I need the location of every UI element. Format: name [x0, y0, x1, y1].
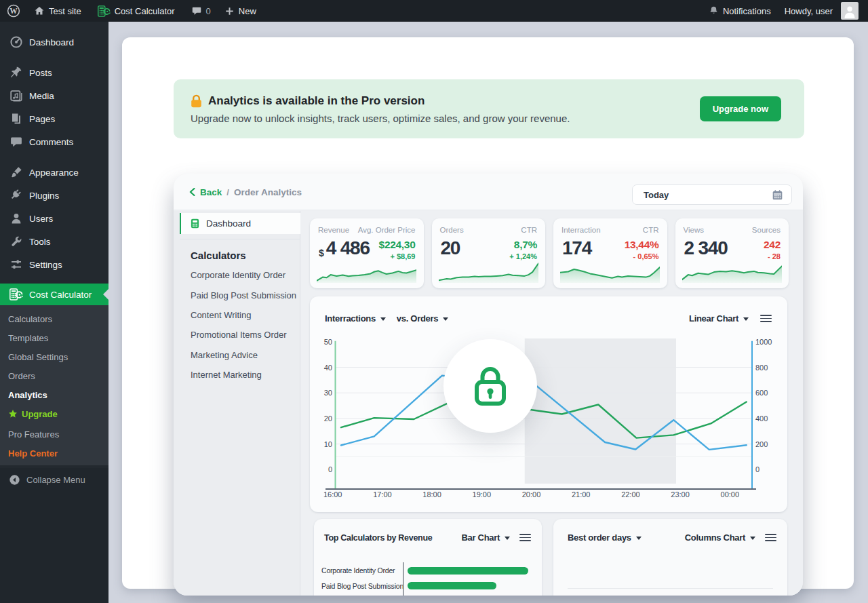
panel-sidebar-dashboard-label: Dashboard	[206, 218, 251, 229]
svg-text:10: 10	[324, 440, 332, 448]
submenu-item-calculators[interactable]: Calculators	[0, 309, 108, 328]
svg-text:22:00: 22:00	[621, 490, 640, 499]
comments-toolbar-item[interactable]: 0	[184, 0, 218, 22]
line-chart-svg: 010203040500200400600800100016:0017:0018…	[310, 296, 787, 512]
sidebar-item-label: Appearance	[29, 168, 79, 178]
media-icon	[9, 89, 23, 102]
user-icon	[9, 212, 23, 225]
bar-label: Corporate Identity Order	[321, 566, 397, 575]
svg-text:16:00: 16:00	[323, 490, 342, 499]
panel-sidebar-dashboard[interactable]: Dashboard	[180, 213, 300, 234]
calculator-list-item[interactable]: Internet Marketing	[191, 365, 296, 385]
stat-delta-block: 13,44% - 0,65%	[625, 239, 659, 260]
columns-chart-menu-icon[interactable]	[765, 534, 776, 541]
pushpin-icon	[9, 66, 23, 79]
wordpress-logo[interactable]: W	[0, 0, 27, 22]
submenu-item-help-center[interactable]: Help Center	[0, 444, 108, 463]
stat-labels: Views Sources	[675, 218, 789, 234]
sidebar-item-label: Media	[29, 91, 54, 101]
breadcrumb-current: Order Analytics	[234, 187, 302, 197]
bar-value	[408, 582, 496, 589]
stat-card-interraction: Interraction CTR 174 13,44% - 0,65%	[553, 218, 667, 288]
sidebar-item-media[interactable]: Media	[0, 84, 108, 107]
stat-label: Interraction	[561, 226, 601, 234]
submenu-item-orders[interactable]: Orders	[0, 366, 108, 385]
admin-content-area: Analytics is available in the Pro versio…	[108, 22, 868, 603]
submenu-item-analytics[interactable]: Analytics	[0, 385, 108, 404]
stat-delta-block: $224,30 + $8,69	[379, 239, 416, 260]
columns-chart-type-dropdown[interactable]: Columns Chart	[685, 532, 755, 543]
calendar-icon	[772, 189, 783, 201]
stat-delta-change: + $8,69	[379, 252, 416, 260]
sidebar-item-settings[interactable]: Settings	[0, 253, 108, 276]
upgrade-now-button[interactable]: Upgrade now	[700, 96, 781, 121]
banner-subtitle: Upgrade now to unlock insights, track us…	[191, 113, 570, 124]
star-icon	[8, 409, 18, 419]
plus-icon	[224, 6, 235, 16]
collapse-menu-button[interactable]: Collapse Menu	[0, 468, 108, 491]
menu-separator	[0, 153, 108, 161]
columns-chart-card: Best order days Columns Chart	[553, 519, 787, 596]
sidebar-item-cost-calculator[interactable]: Cost Calculator	[0, 284, 108, 305]
locked-overlay	[443, 339, 537, 433]
sidebar-item-label: Posts	[29, 68, 52, 78]
calculator-list-item[interactable]: Promotional Items Order	[191, 325, 296, 345]
site-menu[interactable]: Test site	[27, 0, 88, 22]
bar-chart-type-dropdown[interactable]: Bar Chart	[461, 532, 510, 543]
sidebar-item-comments[interactable]: Comments	[0, 130, 108, 153]
svg-text:200: 200	[755, 440, 768, 448]
calculator-list-item[interactable]: Content Writing	[191, 305, 296, 325]
stat-labels: Interraction CTR	[553, 218, 667, 234]
svg-text:30: 30	[324, 389, 332, 397]
account-toolbar-item[interactable]: Howdy, user	[778, 0, 868, 22]
plugin-toolbar-item[interactable]: Cost Calculator	[91, 0, 182, 22]
bar-chart-title: Top Calculators by Revenue	[324, 533, 432, 543]
submenu-item-pro-features[interactable]: Pro Features	[0, 425, 108, 444]
sidebar-item-users[interactable]: Users	[0, 207, 108, 230]
chevron-down-icon	[750, 537, 755, 540]
bar-track	[397, 563, 538, 579]
breadcrumb: Back / Order Analytics	[189, 174, 302, 210]
columns-chart-title: Best order days	[568, 532, 631, 543]
stat-delta-change: + 1,24%	[509, 252, 537, 260]
sparkline-chart	[439, 260, 538, 283]
calculator-list-item[interactable]: Paid Blog Post Submission	[191, 285, 296, 305]
stat-values: 174 13,44% - 0,65%	[562, 239, 659, 260]
svg-text:20:00: 20:00	[522, 490, 541, 499]
chevron-down-icon	[505, 537, 510, 540]
calculator-list-item[interactable]: Marketing Advice	[191, 345, 296, 365]
sidebar-item-tools[interactable]: Tools	[0, 230, 108, 253]
bar-chart-menu-icon[interactable]	[519, 534, 531, 541]
sidebar-item-dashboard[interactable]: Dashboard	[0, 31, 108, 54]
sidebar-item-label: Pages	[29, 114, 55, 124]
svg-text:0: 0	[328, 465, 332, 473]
sidebar-item-appearance[interactable]: Appearance	[0, 161, 108, 184]
dashboard-icon	[9, 35, 23, 49]
submenu-item-global-settings[interactable]: Global Settings	[0, 347, 108, 366]
plugin-toolbar-label: Cost Calculator	[115, 6, 175, 16]
svg-text:21:00: 21:00	[572, 490, 591, 499]
wordpress-logo-icon: W	[7, 4, 20, 18]
submenu-item-upgrade[interactable]: Upgrade	[0, 404, 108, 423]
sidebar-item-plugins[interactable]: Plugins	[0, 184, 108, 207]
notifications-toolbar-item[interactable]: Notifications	[702, 0, 778, 22]
columns-title-dropdown[interactable]: Best order days	[568, 532, 642, 543]
date-range-field[interactable]: Today	[632, 184, 792, 205]
svg-text:1000: 1000	[755, 338, 772, 346]
stat-sub-label: CTR	[643, 226, 659, 234]
stat-delta: 13,44%	[625, 239, 659, 251]
chevron-down-icon	[636, 537, 642, 540]
back-link[interactable]: Back	[200, 187, 222, 197]
banner-title: Analytics is available in the Pro versio…	[208, 94, 425, 108]
date-range-value: Today	[644, 190, 669, 200]
submenu-item-templates[interactable]: Templates	[0, 328, 108, 347]
cost-calculator-icon	[98, 5, 111, 18]
svg-text:800: 800	[755, 364, 768, 372]
sidebar-item-pages[interactable]: Pages	[0, 107, 108, 130]
stat-label: Views	[684, 226, 704, 234]
banner-text: Analytics is available in the Pro versio…	[174, 94, 570, 124]
calculator-list-item[interactable]: Corporate Identity Order	[191, 265, 296, 285]
sidebar-item-posts[interactable]: Posts	[0, 61, 108, 84]
new-toolbar-item[interactable]: New	[218, 0, 263, 22]
stat-label: Revenue	[318, 226, 349, 234]
